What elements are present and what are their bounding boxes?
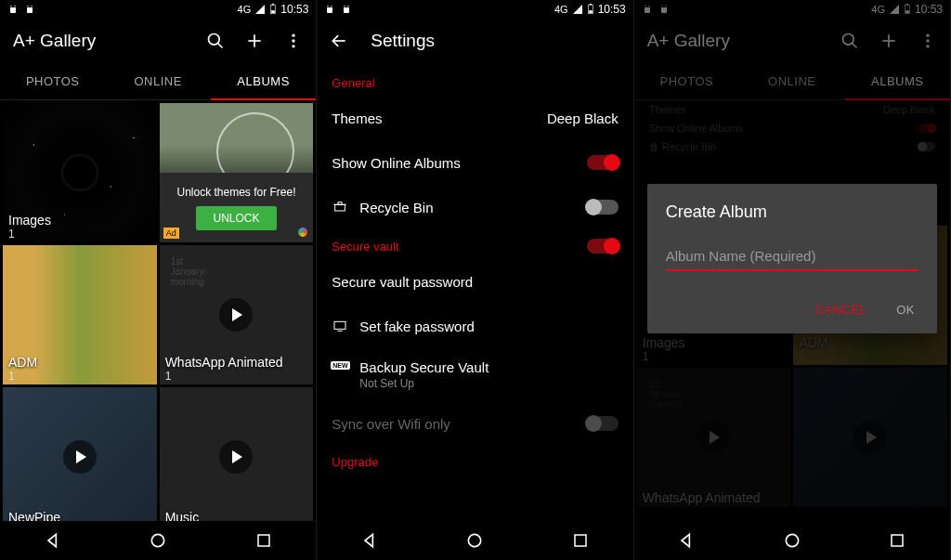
- svg-rect-22: [589, 10, 593, 13]
- svg-point-28: [469, 534, 481, 546]
- recycle-bin-icon: [332, 200, 348, 215]
- recent-icon: [255, 532, 272, 549]
- screen-settings: 4G 10:53 Settings General Themes Deep Bl…: [317, 0, 633, 560]
- battery-icon: [587, 4, 594, 15]
- screen-gallery: 4G 10:53 A+ Gallery PHOTOS ONLINE ALBUMS: [0, 0, 317, 560]
- app-bar: A+ Gallery: [0, 19, 316, 63]
- settings-title: Settings: [371, 31, 435, 51]
- svg-point-3: [31, 6, 32, 7]
- dialog-ok-button[interactable]: OK: [892, 297, 918, 322]
- setting-label: Themes: [332, 111, 547, 126]
- promo-text: Unlock themes for Free!: [176, 186, 295, 199]
- setting-show-online-albums[interactable]: Show Online Albums: [317, 140, 632, 185]
- search-button[interactable]: [206, 32, 225, 50]
- recent-icon: [889, 532, 905, 549]
- setting-label: Recycle Bin: [359, 200, 586, 215]
- nav-recent-button[interactable]: [887, 530, 907, 551]
- screen-create-album: 4G 10:53 A+ Gallery PHOTOS ONLINE ALBUMS…: [634, 0, 951, 560]
- toggle-switch: [587, 416, 619, 431]
- screen-icon: [332, 319, 348, 333]
- setting-backup-vault[interactable]: NEW Backup Secure Vault Not Set Up: [317, 348, 632, 401]
- svg-point-12: [293, 39, 295, 42]
- clock: 10:53: [280, 3, 308, 16]
- settings-list: General Themes Deep Black Show Online Al…: [317, 63, 632, 478]
- tab-albums[interactable]: ALBUMS: [211, 63, 316, 99]
- play-icon: [219, 440, 253, 474]
- status-bar: 4G 10:53: [0, 0, 316, 19]
- settings-header: Settings: [317, 19, 632, 63]
- svg-point-7: [209, 34, 220, 46]
- new-badge: NEW: [332, 361, 348, 370]
- search-icon: [206, 32, 225, 50]
- nav-back-button[interactable]: [359, 530, 380, 551]
- album-name-input[interactable]: [666, 242, 918, 271]
- tab-online[interactable]: ONLINE: [105, 63, 210, 99]
- back-icon: [360, 531, 379, 550]
- battery-icon: [269, 4, 277, 15]
- svg-point-14: [151, 534, 163, 546]
- signal-icon: [572, 4, 583, 15]
- album-images[interactable]: Images1: [3, 103, 157, 242]
- setting-sublabel: Not Set Up: [359, 377, 618, 390]
- setting-sync-wifi: Sync over Wifi only: [317, 401, 632, 446]
- section-label-text: Secure vault: [332, 240, 398, 254]
- android-icon: [7, 4, 19, 15]
- album-name: ADM: [8, 355, 37, 370]
- back-button[interactable]: [330, 32, 348, 50]
- setting-label: Sync over Wifi only: [332, 416, 586, 432]
- setting-themes[interactable]: Themes Deep Black: [317, 96, 632, 140]
- svg-point-19: [348, 6, 349, 7]
- nav-home-button[interactable]: [148, 530, 168, 551]
- svg-line-8: [218, 44, 223, 48]
- svg-point-44: [786, 534, 798, 546]
- album-count: 1: [8, 228, 51, 241]
- setting-recycle-bin[interactable]: Recycle Bin: [317, 185, 632, 229]
- svg-rect-45: [892, 535, 903, 546]
- svg-rect-6: [271, 10, 275, 13]
- toggle-switch[interactable]: [587, 239, 619, 254]
- svg-point-11: [293, 34, 295, 37]
- setting-fake-password[interactable]: Set fake password: [317, 304, 632, 348]
- svg-rect-24: [335, 204, 345, 211]
- nav-recent-button[interactable]: [570, 530, 591, 551]
- svg-rect-25: [338, 202, 342, 205]
- album-music[interactable]: Music: [160, 387, 314, 527]
- album-whatsapp[interactable]: WhatsApp Animated1: [160, 245, 314, 384]
- overflow-button[interactable]: [284, 32, 303, 50]
- system-nav-bar: [634, 521, 950, 560]
- album-name: WhatsApp Animated: [165, 355, 283, 370]
- back-icon: [44, 531, 62, 550]
- toggle-switch[interactable]: [587, 155, 619, 170]
- nav-home-button[interactable]: [782, 530, 802, 551]
- svg-rect-21: [589, 4, 591, 5]
- setting-vault-password[interactable]: Secure vault password: [317, 259, 632, 304]
- nav-home-button[interactable]: [464, 530, 485, 551]
- album-count: 1: [8, 370, 37, 383]
- album-adm[interactable]: ADM1: [3, 245, 157, 384]
- album-newpipe[interactable]: NewPipe: [3, 387, 157, 527]
- tab-photos[interactable]: PHOTOS: [0, 63, 105, 99]
- nav-back-button[interactable]: [43, 530, 63, 551]
- clock: 10:53: [598, 3, 626, 16]
- add-button[interactable]: [245, 32, 264, 50]
- promo-card[interactable]: Unlock themes for Free! UNLOCK Ad: [160, 103, 314, 242]
- nav-back-button[interactable]: [676, 530, 697, 551]
- signal-icon: [254, 4, 266, 15]
- toggle-switch[interactable]: [587, 200, 619, 215]
- home-icon: [783, 531, 801, 550]
- recent-icon: [572, 532, 589, 549]
- promo-unlock-button[interactable]: UNLOCK: [196, 206, 276, 230]
- android-icon: [341, 4, 352, 15]
- dialog-cancel-button[interactable]: CANCEL: [811, 297, 870, 322]
- android-icon: [324, 4, 335, 15]
- svg-point-13: [293, 45, 295, 47]
- section-secure-vault: Secure vault: [317, 229, 632, 259]
- play-icon: [63, 440, 97, 474]
- svg-rect-5: [272, 4, 274, 5]
- section-upgrade: Upgrade: [317, 446, 632, 475]
- nav-recent-button[interactable]: [254, 530, 274, 551]
- setting-label: Set fake password: [359, 319, 618, 334]
- status-bar: 4G 10:53: [317, 0, 632, 19]
- ad-badge: Ad: [163, 228, 179, 239]
- promo-bg: [160, 103, 314, 173]
